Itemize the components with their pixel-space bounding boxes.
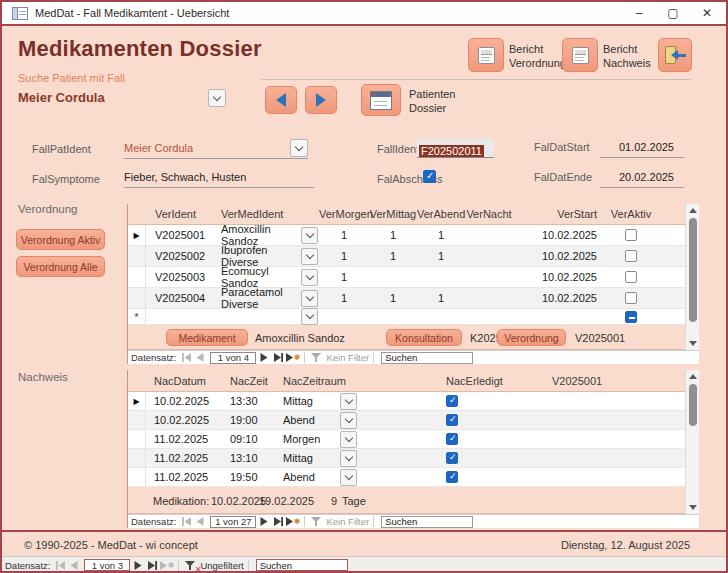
search-input[interactable]: Suchen [381,516,473,528]
search-patient-combobox[interactable]: Meier Cordula [18,88,226,108]
new-record-row[interactable]: * [128,309,685,325]
column-header[interactable]: VerMittag [369,208,417,220]
dropdown-button[interactable] [301,269,318,286]
verordnung-aktiv-button[interactable]: Verordnung Aktiv [16,229,105,250]
dropdown-button[interactable] [340,469,357,486]
new-record-button[interactable]: ✱ [286,516,300,528]
scroll-up-icon[interactable] [686,370,700,383]
maximize-button[interactable]: ▢ [656,2,690,24]
new-record-selector[interactable]: * [128,309,146,324]
checkbox[interactable] [625,229,637,241]
bericht-nachweis-button[interactable] [562,38,598,72]
cell-nacdatum[interactable]: 10.02.2025 [146,414,222,426]
cell-naczeit[interactable]: 19:50 [222,471,278,483]
cell-dropdown[interactable] [301,227,319,244]
record-selector-header[interactable] [128,370,146,391]
table-row[interactable]: ▶V2025001Amoxcillin Sandoz11110.02.2025 [128,225,685,246]
first-record-button[interactable] [180,352,194,364]
cell-verstart[interactable]: 10.02.2025 [513,292,601,304]
new-record-button[interactable]: ✱ [286,352,300,364]
new-record-button[interactable]: ✱ [160,559,174,571]
cell-vermorgen[interactable]: 1 [319,229,369,241]
konsultation-button[interactable]: Konsultation [386,329,462,346]
cell-verident[interactable]: V2025002 [146,250,216,262]
bericht-verordnung-button[interactable] [468,38,504,72]
cell-verident[interactable]: V2025001 [146,229,216,241]
medikament-button[interactable]: Medikament [166,329,248,346]
checkbox[interactable] [625,271,637,283]
cell-naczeit[interactable]: 13:30 [222,395,278,407]
cell-naczeitraum[interactable]: Abend [278,471,340,483]
cell-verabend[interactable]: 1 [417,229,465,241]
dropdown-button[interactable] [301,248,318,265]
checkbox[interactable] [625,292,637,304]
scroll-down-icon[interactable] [686,501,700,514]
cell-verstart[interactable]: 10.02.2025 [513,250,601,262]
column-header[interactable]: NacErledigt [358,375,548,387]
cell-dropdown[interactable] [340,431,358,448]
record-position-box[interactable]: 1 von 4 [210,352,256,364]
verordnung-footer-button[interactable]: Verordnung [497,329,566,346]
first-record-button[interactable] [180,516,194,528]
cell-dropdown[interactable] [301,269,319,286]
cell-nacdatum[interactable]: 11.02.2025 [146,433,222,445]
previous-record-button[interactable] [194,352,208,364]
checkbox[interactable] [446,452,458,464]
next-record-button[interactable] [258,516,272,528]
scrollbar-thumb[interactable] [689,218,697,322]
close-button[interactable]: ✕ [690,2,724,24]
checkbox[interactable] [446,471,458,483]
column-header[interactable]: VerAktiv [601,208,661,220]
record-selector[interactable] [128,468,146,486]
faldatende-field[interactable]: 20.02.2025 [600,167,684,188]
column-header[interactable]: VerIdent [146,208,216,220]
dropdown-button[interactable] [340,431,357,448]
first-record-button[interactable] [54,559,68,571]
cell-nacerledigt[interactable] [358,452,548,464]
chevron-down-icon[interactable] [208,89,226,107]
dropdown-button[interactable] [301,308,318,325]
column-header[interactable]: V2025001 [548,375,678,387]
cell-vermittag[interactable]: 1 [369,229,417,241]
cell-naczeitraum[interactable]: Abend [278,414,340,426]
cell-vermorgen[interactable]: 1 [319,271,369,283]
column-header[interactable]: VerNacht [465,208,513,220]
faldatstart-field[interactable]: 01.02.2025 [600,137,684,158]
cell-nacdatum[interactable]: 11.02.2025 [146,471,222,483]
column-header[interactable]: NacDatum [146,375,222,387]
dropdown-button[interactable] [340,412,357,429]
table-row[interactable]: ▶10.02.202513:30Mittag [128,392,685,411]
chevron-down-icon[interactable] [290,139,308,157]
checkbox[interactable] [446,414,458,426]
cell-verstart[interactable]: 10.02.2025 [513,271,601,283]
vertical-scrollbar[interactable] [685,370,699,514]
record-selector[interactable] [128,449,146,467]
cell-vermorgen[interactable]: 1 [319,250,369,262]
checkbox[interactable] [446,433,458,445]
table-row[interactable]: 11.02.202519:50Abend [128,468,685,487]
next-record-button[interactable] [132,559,146,571]
record-selector[interactable] [128,246,146,266]
cell-veraktiv[interactable] [601,311,661,323]
exit-form-button[interactable] [658,38,692,72]
fallpatident-value[interactable]: Meier Cordula [124,142,193,154]
cell-verabend[interactable]: 1 [417,250,465,262]
cell-verabend[interactable]: 1 [417,292,465,304]
patienten-dossier-button[interactable] [361,84,401,116]
checkbox[interactable] [625,250,637,262]
next-record-button[interactable] [305,86,337,114]
previous-record-button[interactable] [68,559,82,571]
cell-nacerledigt[interactable] [358,414,548,426]
cell-dropdown[interactable] [301,290,319,307]
column-header[interactable]: NacZeitraum [278,375,340,387]
cell-naczeit[interactable]: 09:10 [222,433,278,445]
cell-dropdown[interactable] [340,393,358,410]
search-patient-value[interactable]: Meier Cordula [18,90,105,105]
last-record-button[interactable] [272,352,286,364]
scroll-up-icon[interactable] [686,204,700,217]
cell-nacerledigt[interactable] [358,395,548,407]
cell-verident[interactable]: V2025003 [146,271,216,283]
fallident-field[interactable]: F202502011 [417,139,494,158]
scroll-down-icon[interactable] [686,337,700,350]
scrollbar-thumb[interactable] [689,384,697,426]
